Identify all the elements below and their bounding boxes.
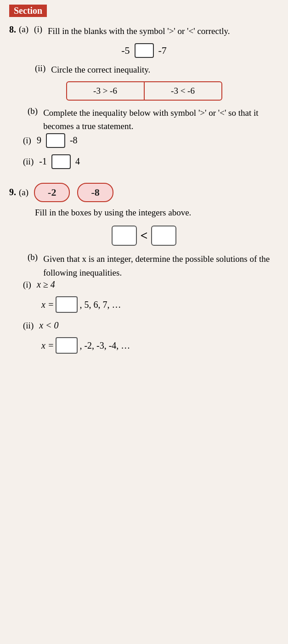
q8a-ii-text: Circle the correct inequality. xyxy=(51,63,279,77)
q8b-ii-label: (ii) xyxy=(23,157,34,167)
q9b-i-sol-prefix: x = xyxy=(41,299,54,310)
q9-integer2: -8 xyxy=(77,183,113,202)
q8b-subquestions: (i) 9 -8 (ii) -1 4 xyxy=(23,133,279,169)
q9b-ii-label: (ii) xyxy=(23,321,34,331)
question-9: 9. (a) -2 -8 Fill in the boxes by using … xyxy=(9,183,279,354)
question-8: 8. (a) (i) Fill in the blanks with the s… xyxy=(9,24,279,169)
q8a-i-expression: -5 -7 xyxy=(9,43,279,58)
q8b-text: Complete the inequality below with symbo… xyxy=(43,106,279,133)
q9a-instruction-text: Fill in the boxes by using the integers … xyxy=(35,208,191,217)
section-label: Section xyxy=(9,5,47,17)
q9b-ii-row: (ii) x < 0 xyxy=(23,320,279,331)
q9a-boxes-row: < xyxy=(9,226,279,246)
q9a-left-box[interactable] xyxy=(112,226,137,246)
q9b-ii-solution: x = , -2, -3, -4, … xyxy=(41,337,279,354)
q8b-ii-row: (ii) -1 4 xyxy=(23,154,279,169)
q8b-i-left: 9 xyxy=(37,135,41,146)
q8b-i-row: (i) 9 -8 xyxy=(23,133,279,148)
q8b-ii-right: 4 xyxy=(75,156,80,167)
q9b-i-sol-suffix: , 5, 6, 7, … xyxy=(79,299,121,310)
q8a-ii-option1[interactable]: -3 > -6 xyxy=(67,82,145,100)
q9a-right-box[interactable] xyxy=(151,226,176,246)
q9b-subquestions: (i) x ≥ 4 x = , 5, 6, 7, … (ii) x < 0 x … xyxy=(23,279,279,354)
q9b-i-label: (i) xyxy=(23,280,31,290)
q9b-ii-sol-prefix: x = xyxy=(41,340,54,351)
q9a-instruction: Fill in the boxes by using the integers … xyxy=(35,206,279,219)
q8a-ii-label: (ii) xyxy=(35,63,45,73)
section-header: Section xyxy=(9,5,279,21)
q8-number: 8. xyxy=(9,24,16,35)
page: Section 8. (a) (i) Fill in the blanks wi… xyxy=(0,0,288,644)
q8a-i-right: -7 xyxy=(158,45,167,56)
q8a-i-label: (i) xyxy=(34,24,42,34)
q9-number: 9. xyxy=(9,187,16,198)
q9b-text: Given that x is an integer, determine th… xyxy=(43,252,279,279)
q8b-ii-answer-box[interactable] xyxy=(51,154,71,169)
q8b-i-label: (i) xyxy=(23,136,31,146)
q9a-lt-symbol: < xyxy=(141,228,148,243)
q8b-label: (b) xyxy=(28,106,38,116)
q8a-i-answer-box[interactable] xyxy=(135,43,154,58)
q8b-ii-left: -1 xyxy=(39,156,47,167)
q9b-ii-sol-suffix: , -2, -3, -4, … xyxy=(79,340,130,351)
q9b-ii-inequality: x < 0 xyxy=(39,320,58,331)
q8a-ii-option2[interactable]: -3 < -6 xyxy=(145,82,221,100)
q8a-i-left: -5 xyxy=(121,45,130,56)
q9b-label: (b) xyxy=(28,252,38,262)
q8b-i-answer-box[interactable] xyxy=(46,133,65,148)
q9b-i-row: (i) x ≥ 4 xyxy=(23,279,279,290)
q9b-i-sol-box[interactable] xyxy=(56,296,78,313)
q9a-label: (a) xyxy=(19,187,28,198)
q9-integer1: -2 xyxy=(34,183,70,202)
q8b-i-right: -8 xyxy=(70,135,78,146)
q8a-ii-options[interactable]: -3 > -6 -3 < -6 xyxy=(66,81,222,101)
q8a-label: (a) xyxy=(19,24,28,34)
q9b-i-solution: x = , 5, 6, 7, … xyxy=(41,296,279,313)
q9b-i-inequality: x ≥ 4 xyxy=(37,279,55,290)
q9a-integers: -2 -8 xyxy=(34,183,113,202)
q9b-ii-sol-box[interactable] xyxy=(56,337,78,354)
q8a-i-text: Fill in the blanks with the symbol '>' o… xyxy=(48,24,279,38)
